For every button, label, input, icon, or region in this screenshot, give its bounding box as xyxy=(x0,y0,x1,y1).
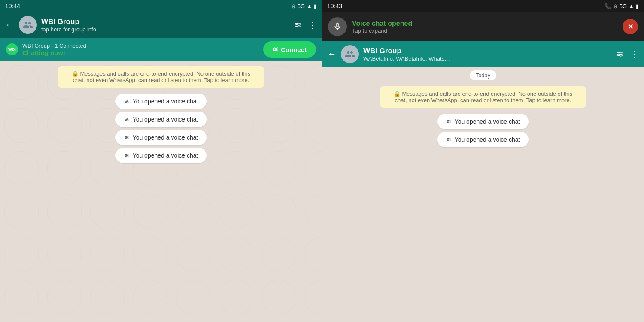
encryption-notice-left[interactable]: 🔒 Messages and calls are end-to-end encr… xyxy=(58,66,264,88)
header-left[interactable]: ← WBI Group tap here for group info ≋ ⋮ xyxy=(0,12,322,38)
phone-icon-right: 📞 xyxy=(605,3,611,9)
avatar-left xyxy=(19,16,37,34)
chatting-now-label: Chatting now! xyxy=(22,49,259,56)
group-subtitle-left: tap here for group info xyxy=(41,26,290,33)
group-subtitle-right: WABetaInfo, WABetaInfo, Whats… xyxy=(363,55,612,62)
wbi-badge: WBI xyxy=(6,43,18,55)
voice-chat-expand-bar[interactable]: Voice chat opened Tap to expand ✕ xyxy=(322,12,644,41)
wave-icon-1: ≋ xyxy=(124,98,129,105)
battery-icon-right: ▮ xyxy=(636,3,639,9)
left-panel: 10:44 ⊖ 5G ▲ ▮ ← WBI Group tap here for … xyxy=(0,0,322,322)
voice-chat-opened-label: Voice chat opened xyxy=(352,20,617,27)
back-button-left[interactable]: ← xyxy=(5,19,15,30)
status-icons-left: ⊖ 5G ▲ ▮ xyxy=(291,3,317,9)
status-bar-left: 10:44 ⊖ 5G ▲ ▮ xyxy=(0,0,322,12)
voice-chat-msg-1: ≋ You opened a voice chat xyxy=(115,94,207,109)
wave-icon-2: ≋ xyxy=(124,116,129,123)
voice-chat-msg-2: ≋ You opened a voice chat xyxy=(115,112,207,127)
wave-icon-r1: ≋ xyxy=(446,118,451,125)
status-icons-right: 📞 ⊖ 5G ▲ ▮ xyxy=(605,3,639,9)
voice-chat-banner-left: WBI WBI Group · 1 Connected Chatting now… xyxy=(0,38,322,61)
tap-to-expand-label: Tap to expand xyxy=(352,27,617,34)
network-left: 5G xyxy=(298,3,305,9)
connect-wave-icon: ≋ xyxy=(273,46,278,53)
close-voice-chat-button[interactable]: ✕ xyxy=(623,19,638,34)
banner-info: WBI Group · 1 Connected Chatting now! xyxy=(22,43,259,56)
time-right: 10:43 xyxy=(327,3,342,9)
group-name-right: WBI Group xyxy=(363,47,612,55)
encryption-notice-right[interactable]: 🔒 Messages and calls are end-to-end encr… xyxy=(380,86,586,108)
chat-area-right: Today 🔒 Messages and calls are end-to-en… xyxy=(322,67,644,322)
back-button-right[interactable]: ← xyxy=(327,49,337,60)
header-icons-right: ≋ ⋮ xyxy=(616,49,639,59)
group-name-left: WBI Group xyxy=(41,18,290,26)
menu-dots-left[interactable]: ⋮ xyxy=(308,20,317,30)
menu-dots-right[interactable]: ⋮ xyxy=(630,49,639,59)
today-badge: Today xyxy=(470,70,497,80)
header-icons-left: ≋ ⋮ xyxy=(294,20,317,30)
connect-button[interactable]: ≋ Connect xyxy=(263,41,316,58)
voice-msg-text-r1: You opened a voice chat xyxy=(455,118,520,125)
prohibited-icon: ⊖ xyxy=(291,3,296,9)
header-info-right: WBI Group WABetaInfo, WABetaInfo, Whats… xyxy=(363,47,612,62)
expand-info: Voice chat opened Tap to expand xyxy=(352,20,617,34)
voice-msg-text-1: You opened a voice chat xyxy=(133,98,198,105)
voice-msg-text-3: You opened a voice chat xyxy=(133,134,198,141)
time-left: 10:44 xyxy=(5,3,20,9)
battery-icon-left: ▮ xyxy=(314,3,317,9)
signal-icon-left: ▲ xyxy=(307,3,312,9)
header-right[interactable]: ← WBI Group WABetaInfo, WABetaInfo, What… xyxy=(322,41,644,67)
wave-icon-r2: ≋ xyxy=(446,136,451,143)
header-info-left: WBI Group tap here for group info xyxy=(41,18,290,33)
voice-chat-msg-right-2: ≋ You opened a voice chat xyxy=(437,132,529,147)
voice-chat-msg-4: ≋ You opened a voice chat xyxy=(115,148,207,163)
chat-area-left: 🔒 Messages and calls are end-to-end encr… xyxy=(0,61,322,322)
mic-button[interactable] xyxy=(328,17,347,36)
voice-msg-text-4: You opened a voice chat xyxy=(133,152,198,159)
wave-icon-3: ≋ xyxy=(124,134,129,141)
voice-chat-msg-right-1: ≋ You opened a voice chat xyxy=(437,114,529,129)
wave-icon-4: ≋ xyxy=(124,152,129,159)
prohibited-icon-right: ⊖ xyxy=(613,3,618,9)
voice-msg-text-2: You opened a voice chat xyxy=(133,116,198,123)
voice-chat-msg-3: ≋ You opened a voice chat xyxy=(115,130,207,145)
waveform-icon-header-right[interactable]: ≋ xyxy=(616,49,623,59)
signal-icon-right: ▲ xyxy=(629,3,634,9)
banner-group-line: WBI Group · 1 Connected xyxy=(22,43,259,49)
status-bar-right: 10:43 📞 ⊖ 5G ▲ ▮ xyxy=(322,0,644,12)
voice-msg-text-r2: You opened a voice chat xyxy=(455,136,520,143)
network-right: 5G xyxy=(620,3,627,9)
waveform-icon-header-left[interactable]: ≋ xyxy=(294,20,301,30)
connect-label: Connect xyxy=(281,46,307,53)
right-panel: 10:43 📞 ⊖ 5G ▲ ▮ Voice chat opened Tap t… xyxy=(322,0,644,322)
avatar-right xyxy=(341,45,359,63)
